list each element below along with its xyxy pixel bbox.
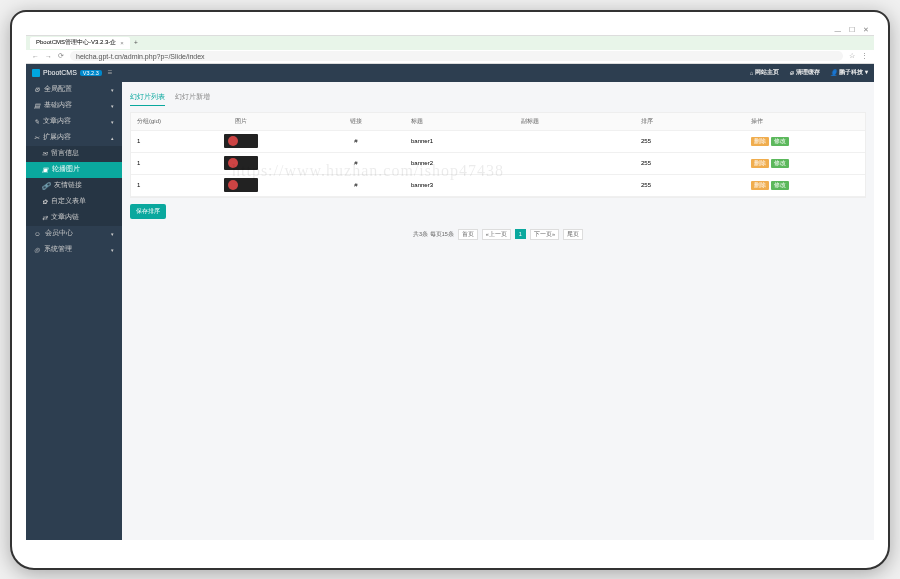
pager-current[interactable]: 1 (515, 229, 526, 239)
sidebar-item[interactable]: ✎文章内容▾ (26, 114, 122, 130)
menu-item-label: 留言信息 (51, 149, 79, 158)
close-tab-icon[interactable]: × (120, 40, 124, 46)
brand-text: PbootCMS (43, 69, 77, 76)
pager-last[interactable]: 尾页 (563, 229, 583, 240)
menu-item-icon: ✉ (42, 150, 47, 158)
thumbnail[interactable] (224, 156, 258, 170)
browser-addressbar: ← → ⟳ heicha.gpt-t.cn/admin.php?p=/Slide… (26, 50, 874, 64)
menu-item-icon: ✎ (34, 118, 39, 126)
sidebar-item[interactable]: ✿自定义表单 (26, 194, 122, 210)
bookmark-icon[interactable]: ☆ (849, 52, 855, 60)
link-home[interactable]: ⌂网站主页 (750, 68, 780, 77)
chevron-icon: ▾ (111, 87, 114, 93)
menu-item-label: 全局配置 (44, 85, 72, 94)
menu-item-icon: ◎ (34, 246, 40, 254)
menu-item-label: 文章内容 (43, 117, 71, 126)
win-close[interactable]: ✕ (863, 26, 869, 34)
link-cache[interactable]: ⊕清理缓存 (789, 68, 820, 77)
brand-logo[interactable]: PbootCMS V3.2.3 (32, 69, 102, 77)
menu-item-label: 扩展内容 (43, 133, 71, 142)
nav-back-icon[interactable]: ← (32, 53, 39, 60)
edit-button[interactable]: 修改 (771, 159, 789, 168)
menu-item-label: 系统管理 (44, 245, 72, 254)
cell-gid: 1 (131, 138, 181, 144)
hamburger-icon[interactable]: ≡ (108, 68, 113, 77)
menu-item-label: 基础内容 (44, 101, 72, 110)
app-header: PbootCMS V3.2.3 ≡ ⌂网站主页 ⊕清理缓存 👤鹏子科技 ▾ (26, 64, 874, 82)
cell-image (181, 134, 301, 148)
menu-item-label: 友情链接 (54, 181, 82, 190)
chevron-icon: ▾ (111, 103, 114, 109)
sidebar-item[interactable]: ▣轮播图片 (26, 162, 122, 178)
thumbnail[interactable] (224, 178, 258, 192)
menu-item-icon: ⚙ (34, 86, 40, 94)
chevron-icon: ▾ (111, 247, 114, 253)
cell-actions: 删除修改 (741, 159, 865, 168)
col-link: 链接 (301, 117, 411, 126)
header-links: ⌂网站主页 ⊕清理缓存 👤鹏子科技 ▾ (750, 68, 868, 77)
menu-item-label: 会员中心 (45, 229, 73, 238)
nav-reload-icon[interactable]: ⟳ (58, 52, 64, 60)
delete-button[interactable]: 删除 (751, 159, 769, 168)
menu-item-icon: ▤ (34, 102, 40, 110)
pagination: 共3条 每页15条 首页 «上一页 1 下一页» 尾页 (130, 229, 866, 240)
version-badge: V3.2.3 (80, 70, 102, 76)
sidebar-item[interactable]: ✉留言信息 (26, 146, 122, 162)
sidebar-item[interactable]: ☺会员中心▾ (26, 226, 122, 242)
col-sort: 排序 (641, 117, 741, 126)
sidebar-item[interactable]: ◎系统管理▾ (26, 242, 122, 258)
window-controls: — ☐ ✕ (26, 26, 874, 36)
user-icon: 👤 (830, 69, 837, 76)
col-image: 图片 (181, 117, 301, 126)
delete-button[interactable]: 删除 (751, 181, 769, 190)
cell-gid: 1 (131, 160, 181, 166)
link-user[interactable]: 👤鹏子科技 ▾ (830, 68, 868, 77)
logo-icon (32, 69, 40, 77)
url-input[interactable]: heicha.gpt-t.cn/admin.php?p=/Slide/index (70, 51, 843, 61)
cell-actions: 删除修改 (741, 137, 865, 146)
cell-sort: 255 (641, 182, 741, 188)
cell-link: # (301, 160, 411, 166)
table-row: 1#banner2255删除修改 (131, 153, 865, 175)
browser-tab[interactable]: PbootCMS管理中心-V3.2.3-企 × (30, 37, 130, 49)
cell-link: # (301, 138, 411, 144)
pager-prev[interactable]: «上一页 (482, 229, 511, 240)
cell-link: # (301, 182, 411, 188)
menu-item-icon: ✂ (34, 134, 39, 142)
menu-item-icon: 🔗 (42, 182, 50, 190)
sidebar-item[interactable]: ⇄文章内链 (26, 210, 122, 226)
chevron-icon: ▾ (111, 231, 114, 237)
pager-next[interactable]: 下一页» (530, 229, 559, 240)
tab-list[interactable]: 幻灯片列表 (130, 90, 165, 106)
edit-button[interactable]: 修改 (771, 137, 789, 146)
chevron-icon: ▴ (111, 135, 114, 141)
browser-tabbar: PbootCMS管理中心-V3.2.3-企 × + (26, 36, 874, 50)
table-row: 1#banner3255删除修改 (131, 175, 865, 197)
col-actions: 操作 (741, 117, 865, 126)
win-min[interactable]: — (835, 27, 842, 34)
delete-button[interactable]: 删除 (751, 137, 769, 146)
menu-item-icon: ⇄ (42, 214, 47, 222)
save-sort-button[interactable]: 保存排序 (130, 204, 166, 219)
nav-forward-icon[interactable]: → (45, 53, 52, 60)
menu-item-icon: ▣ (42, 166, 48, 174)
cell-title: banner3 (411, 182, 521, 188)
content-tabs: 幻灯片列表 幻灯片新增 (130, 90, 866, 106)
edit-button[interactable]: 修改 (771, 181, 789, 190)
cell-gid: 1 (131, 182, 181, 188)
sidebar: ⚙全局配置▾▤基础内容▾✎文章内容▾✂扩展内容▴✉留言信息▣轮播图片🔗友情链接✿… (26, 82, 122, 540)
menu-icon[interactable]: ⋮ (861, 52, 868, 60)
sidebar-item[interactable]: ⚙全局配置▾ (26, 82, 122, 98)
win-max[interactable]: ☐ (849, 26, 855, 34)
pager-first[interactable]: 首页 (458, 229, 478, 240)
add-tab-button[interactable]: + (134, 39, 138, 46)
sidebar-item[interactable]: ▤基础内容▾ (26, 98, 122, 114)
thumbnail[interactable] (224, 134, 258, 148)
cell-title: banner1 (411, 138, 521, 144)
slide-table: 分组(gid) 图片 链接 标题 副标题 排序 操作 1#banner1255删… (130, 112, 866, 198)
menu-item-icon: ✿ (42, 198, 47, 206)
col-title: 标题 (411, 117, 521, 126)
sidebar-item[interactable]: 🔗友情链接 (26, 178, 122, 194)
sidebar-item[interactable]: ✂扩展内容▴ (26, 130, 122, 146)
tab-add[interactable]: 幻灯片新增 (175, 90, 210, 106)
